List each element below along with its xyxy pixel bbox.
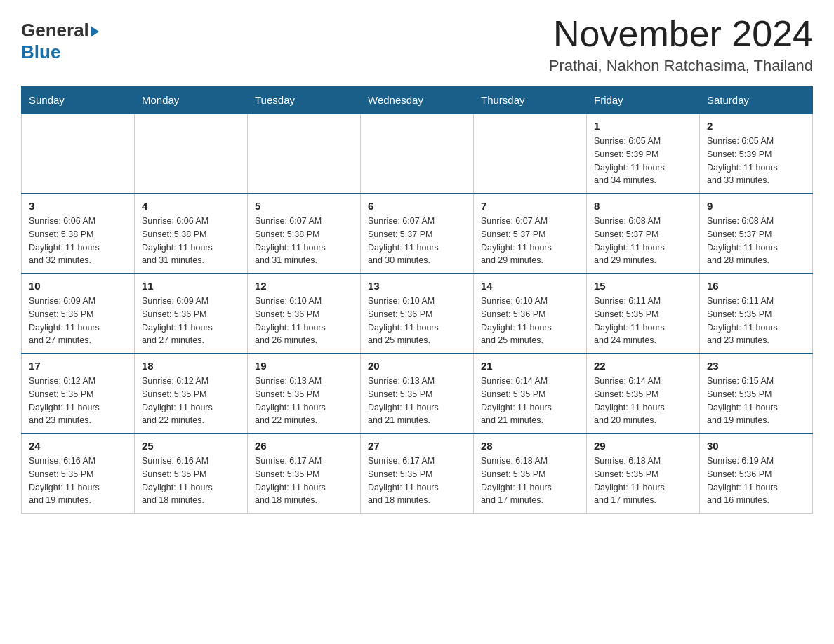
day-number: 17 [29,360,127,372]
calendar-day-header: Sunday [22,87,135,114]
day-info: Sunrise: 6:14 AMSunset: 5:35 PMDaylight:… [594,375,692,427]
day-number: 13 [368,280,466,292]
title-section: November 2024 Prathai, Nakhon Ratchasima… [549,14,813,75]
calendar-day-header: Thursday [474,87,587,114]
month-title: November 2024 [549,14,813,54]
calendar-cell: 22Sunrise: 6:14 AMSunset: 5:35 PMDayligh… [587,354,700,434]
day-info: Sunrise: 6:07 AMSunset: 5:37 PMDaylight:… [368,215,466,267]
day-number: 24 [29,440,127,452]
day-number: 8 [594,200,692,212]
location-title: Prathai, Nakhon Ratchasima, Thailand [549,57,813,75]
day-info: Sunrise: 6:07 AMSunset: 5:37 PMDaylight:… [481,215,579,267]
day-number: 1 [594,120,692,132]
day-number: 16 [707,280,805,292]
day-number: 21 [481,360,579,372]
calendar-cell: 21Sunrise: 6:14 AMSunset: 5:35 PMDayligh… [474,354,587,434]
day-number: 22 [594,360,692,372]
day-info: Sunrise: 6:06 AMSunset: 5:38 PMDaylight:… [29,215,127,267]
day-number: 3 [29,200,127,212]
day-info: Sunrise: 6:08 AMSunset: 5:37 PMDaylight:… [707,215,805,267]
calendar-cell: 27Sunrise: 6:17 AMSunset: 5:35 PMDayligh… [361,434,474,514]
calendar-cell: 6Sunrise: 6:07 AMSunset: 5:37 PMDaylight… [361,194,474,274]
calendar-day-header: Monday [135,87,248,114]
day-number: 15 [594,280,692,292]
day-number: 4 [142,200,240,212]
day-number: 2 [707,120,805,132]
day-info: Sunrise: 6:18 AMSunset: 5:35 PMDaylight:… [594,455,692,507]
day-info: Sunrise: 6:16 AMSunset: 5:35 PMDaylight:… [142,455,240,507]
calendar-cell: 9Sunrise: 6:08 AMSunset: 5:37 PMDaylight… [700,194,813,274]
day-info: Sunrise: 6:17 AMSunset: 5:35 PMDaylight:… [255,455,353,507]
calendar-cell: 25Sunrise: 6:16 AMSunset: 5:35 PMDayligh… [135,434,248,514]
calendar-day-header: Wednesday [361,87,474,114]
day-number: 10 [29,280,127,292]
calendar-week-row: 1Sunrise: 6:05 AMSunset: 5:39 PMDaylight… [22,114,813,194]
day-number: 14 [481,280,579,292]
day-info: Sunrise: 6:10 AMSunset: 5:36 PMDaylight:… [255,295,353,347]
page-header: General Blue November 2024 Prathai, Nakh… [21,14,813,75]
calendar-week-row: 17Sunrise: 6:12 AMSunset: 5:35 PMDayligh… [22,354,813,434]
calendar-cell: 3Sunrise: 6:06 AMSunset: 5:38 PMDaylight… [22,194,135,274]
calendar-cell: 19Sunrise: 6:13 AMSunset: 5:35 PMDayligh… [248,354,361,434]
day-info: Sunrise: 6:07 AMSunset: 5:38 PMDaylight:… [255,215,353,267]
day-info: Sunrise: 6:08 AMSunset: 5:37 PMDaylight:… [594,215,692,267]
calendar-cell: 15Sunrise: 6:11 AMSunset: 5:35 PMDayligh… [587,274,700,354]
day-info: Sunrise: 6:18 AMSunset: 5:35 PMDaylight:… [481,455,579,507]
calendar-cell: 20Sunrise: 6:13 AMSunset: 5:35 PMDayligh… [361,354,474,434]
calendar-week-row: 24Sunrise: 6:16 AMSunset: 5:35 PMDayligh… [22,434,813,514]
day-info: Sunrise: 6:15 AMSunset: 5:35 PMDaylight:… [707,375,805,427]
calendar-week-row: 10Sunrise: 6:09 AMSunset: 5:36 PMDayligh… [22,274,813,354]
day-number: 28 [481,440,579,452]
calendar-cell: 18Sunrise: 6:12 AMSunset: 5:35 PMDayligh… [135,354,248,434]
day-info: Sunrise: 6:10 AMSunset: 5:36 PMDaylight:… [481,295,579,347]
day-info: Sunrise: 6:09 AMSunset: 5:36 PMDaylight:… [29,295,127,347]
calendar-table: SundayMondayTuesdayWednesdayThursdayFrid… [21,86,813,514]
calendar-cell [474,114,587,194]
calendar-cell: 11Sunrise: 6:09 AMSunset: 5:36 PMDayligh… [135,274,248,354]
calendar-header-row: SundayMondayTuesdayWednesdayThursdayFrid… [22,87,813,114]
calendar-day-header: Friday [587,87,700,114]
day-number: 27 [368,440,466,452]
calendar-cell: 5Sunrise: 6:07 AMSunset: 5:38 PMDaylight… [248,194,361,274]
calendar-cell: 14Sunrise: 6:10 AMSunset: 5:36 PMDayligh… [474,274,587,354]
day-number: 19 [255,360,353,372]
calendar-cell [135,114,248,194]
calendar-cell [248,114,361,194]
calendar-cell: 8Sunrise: 6:08 AMSunset: 5:37 PMDaylight… [587,194,700,274]
calendar-cell: 26Sunrise: 6:17 AMSunset: 5:35 PMDayligh… [248,434,361,514]
day-info: Sunrise: 6:09 AMSunset: 5:36 PMDaylight:… [142,295,240,347]
day-info: Sunrise: 6:06 AMSunset: 5:38 PMDaylight:… [142,215,240,267]
calendar-cell: 23Sunrise: 6:15 AMSunset: 5:35 PMDayligh… [700,354,813,434]
calendar-cell: 4Sunrise: 6:06 AMSunset: 5:38 PMDaylight… [135,194,248,274]
calendar-cell: 12Sunrise: 6:10 AMSunset: 5:36 PMDayligh… [248,274,361,354]
day-number: 18 [142,360,240,372]
day-info: Sunrise: 6:12 AMSunset: 5:35 PMDaylight:… [142,375,240,427]
day-number: 30 [707,440,805,452]
day-info: Sunrise: 6:19 AMSunset: 5:36 PMDaylight:… [707,455,805,507]
logo-general-text: General [21,20,89,41]
day-info: Sunrise: 6:13 AMSunset: 5:35 PMDaylight:… [255,375,353,427]
day-number: 5 [255,200,353,212]
calendar-cell: 30Sunrise: 6:19 AMSunset: 5:36 PMDayligh… [700,434,813,514]
day-number: 20 [368,360,466,372]
calendar-cell: 1Sunrise: 6:05 AMSunset: 5:39 PMDaylight… [587,114,700,194]
logo-triangle-icon [91,26,99,37]
calendar-cell [22,114,135,194]
day-info: Sunrise: 6:05 AMSunset: 5:39 PMDaylight:… [707,135,805,187]
calendar-cell: 10Sunrise: 6:09 AMSunset: 5:36 PMDayligh… [22,274,135,354]
day-number: 7 [481,200,579,212]
day-info: Sunrise: 6:14 AMSunset: 5:35 PMDaylight:… [481,375,579,427]
day-number: 23 [707,360,805,372]
calendar-cell: 16Sunrise: 6:11 AMSunset: 5:35 PMDayligh… [700,274,813,354]
day-info: Sunrise: 6:05 AMSunset: 5:39 PMDaylight:… [594,135,692,187]
calendar-cell: 29Sunrise: 6:18 AMSunset: 5:35 PMDayligh… [587,434,700,514]
calendar-cell: 17Sunrise: 6:12 AMSunset: 5:35 PMDayligh… [22,354,135,434]
logo-blue-text: Blue [21,41,60,63]
day-info: Sunrise: 6:13 AMSunset: 5:35 PMDaylight:… [368,375,466,427]
day-number: 29 [594,440,692,452]
day-number: 11 [142,280,240,292]
calendar-week-row: 3Sunrise: 6:06 AMSunset: 5:38 PMDaylight… [22,194,813,274]
calendar-cell [361,114,474,194]
day-info: Sunrise: 6:10 AMSunset: 5:36 PMDaylight:… [368,295,466,347]
day-info: Sunrise: 6:17 AMSunset: 5:35 PMDaylight:… [368,455,466,507]
